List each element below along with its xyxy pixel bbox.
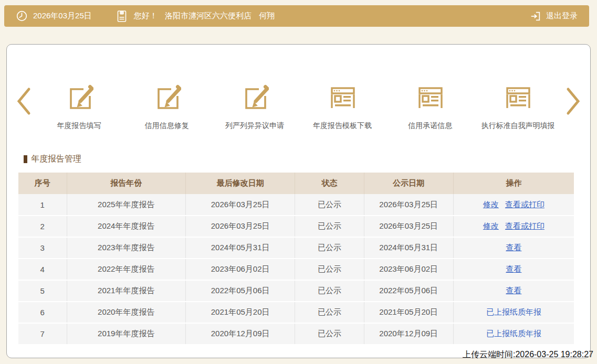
cell-modified: 2021年05月20日: [185, 302, 295, 323]
carousel-next-button[interactable]: [562, 87, 585, 116]
cell-published: 2024年05月31日: [364, 237, 453, 259]
cell-status: 已公示: [295, 280, 364, 302]
section-title-text: 年度报告管理: [31, 154, 81, 165]
view-or-print-link[interactable]: 查看或打印: [505, 200, 544, 209]
user-name: 何翔: [259, 11, 275, 20]
cell-modified: 2026年03月25日: [185, 216, 295, 237]
cell-modified: 2024年05月31日: [185, 237, 295, 259]
modify-link[interactable]: 修改: [483, 200, 499, 209]
cell-year: 2024年年度报告: [67, 216, 185, 237]
header-modified: 最后修改日期: [185, 173, 295, 194]
shortcut-label: 信用承诺信息: [408, 121, 452, 131]
header-status: 状态: [295, 173, 364, 194]
function-carousel: 年度报告填写 信用信息修复 列严列异异议申请: [12, 83, 585, 131]
view-or-print-link[interactable]: 查看或打印: [505, 221, 544, 230]
table-header-row: 序号 报告年份 最后修改日期 状态 公示日期 操作: [18, 173, 574, 194]
header-actions: 操作: [453, 173, 574, 194]
header-seq: 序号: [18, 173, 67, 194]
cell-published: 2023年06月02日: [364, 259, 453, 280]
edit-icon: [240, 83, 269, 112]
greeting-prefix: 您好！: [134, 11, 158, 20]
cell-status: 已公示: [295, 216, 364, 237]
edit-icon: [65, 83, 93, 112]
shortcut-template-download[interactable]: 年度报告模板下载: [299, 83, 386, 131]
cell-seq: 5: [18, 280, 67, 302]
clock-icon: [16, 10, 28, 22]
cell-status: 已公示: [295, 302, 364, 323]
cell-year: 2025年年度报告: [67, 194, 185, 216]
shortcut-label: 执行标准自我声明填报: [481, 121, 554, 131]
current-date: 2026年03月25日: [33, 11, 92, 21]
cell-actions: 查看: [453, 259, 574, 280]
cell-year: 2019年年度报告: [67, 323, 185, 345]
logout-icon: [530, 10, 541, 22]
template-icon: [416, 83, 444, 112]
top-bar: 2026年03月25日 您好！ 洛阳市瀍河区六六便利店 何翔 退出登: [4, 5, 589, 27]
annual-report-page: { "topbar": { "date": "2026年03月25日", "gr…: [0, 0, 597, 364]
cell-seq: 2: [18, 216, 67, 237]
shortcut-objection-apply[interactable]: 列严列异异议申请: [211, 83, 298, 131]
cell-year: 2020年年度报告: [67, 302, 185, 323]
cell-actions: 修改查看或打印: [453, 194, 574, 216]
cell-status: 已公示: [295, 237, 364, 259]
cell-modified: 2022年05月06日: [185, 280, 295, 302]
modify-link[interactable]: 修改: [483, 221, 499, 230]
cell-seq: 3: [18, 237, 67, 259]
section-title-marker: [24, 155, 27, 163]
cell-year: 2023年年度报告: [67, 237, 185, 259]
cell-seq: 6: [18, 302, 67, 323]
table-row: 2 2024年年度报告 2026年03月25日 已公示 2026年03月25日 …: [18, 216, 574, 237]
greeting-group: 您好！ 洛阳市瀍河区六六便利店 何翔: [116, 10, 280, 23]
header-published: 公示日期: [364, 173, 453, 194]
view-link[interactable]: 查看: [506, 264, 521, 273]
cell-status: 已公示: [295, 194, 364, 216]
cell-actions: 查看: [453, 280, 574, 302]
greeting-text: 您好！ 洛阳市瀍河区六六便利店 何翔: [134, 11, 280, 21]
shortcut-label: 信用信息修复: [145, 121, 189, 131]
logout-label: 退出登录: [546, 11, 578, 21]
logout-button[interactable]: 退出登录: [530, 10, 578, 22]
upload-time-text: 上传云端时间:2026-03-25 19:28:27: [463, 349, 593, 360]
cell-modified: 2020年12月09日: [185, 323, 295, 345]
view-link[interactable]: 查看: [506, 286, 521, 295]
cell-status: 已公示: [295, 259, 364, 280]
paper-report-note: 已上报纸质年报: [486, 307, 541, 316]
cell-published: 2021年05月20日: [364, 302, 453, 323]
table-row: 6 2020年年度报告 2021年05月20日 已公示 2021年05月20日 …: [18, 302, 574, 323]
main-panel: 年度报告填写 信用信息修复 列严列异异议申请: [6, 44, 591, 358]
template-icon: [328, 83, 357, 112]
cell-actions: 已上报纸质年报: [453, 302, 574, 323]
table-row: 7 2019年年度报告 2020年12月09日 已公示 2020年12月09日 …: [18, 323, 574, 345]
cell-modified: 2026年03月25日: [185, 194, 295, 216]
table-row: 1 2025年年度报告 2026年03月25日 已公示 2026年03月25日 …: [18, 194, 574, 216]
cell-published: 2020年12月09日: [364, 323, 453, 345]
cell-actions: 修改查看或打印: [453, 216, 574, 237]
cell-published: 2026年03月25日: [364, 194, 453, 216]
table-row: 3 2023年年度报告 2024年05月31日 已公示 2024年05月31日 …: [18, 237, 574, 259]
edit-icon: [153, 83, 181, 112]
template-icon: [504, 83, 532, 112]
cell-actions: 已上报纸质年报: [453, 323, 574, 345]
table-row: 4 2022年年度报告 2023年06月02日 已公示 2023年06月02日 …: [18, 259, 574, 280]
cell-actions: 查看: [453, 237, 574, 259]
cell-seq: 4: [18, 259, 67, 280]
cell-year: 2021年年度报告: [67, 280, 185, 302]
header-year: 报告年份: [67, 173, 185, 194]
section-title: 年度报告管理: [24, 154, 590, 165]
company-name: 洛阳市瀍河区六六便利店: [165, 11, 252, 20]
cell-seq: 1: [18, 194, 67, 216]
cell-published: 2026年03月25日: [364, 216, 453, 237]
shortcut-credit-commitment[interactable]: 信用承诺信息: [386, 83, 474, 131]
annual-report-table: 序号 报告年份 最后修改日期 状态 公示日期 操作 1 2025年年度报告 20…: [18, 173, 574, 345]
carousel-prev-button[interactable]: [12, 87, 35, 116]
shortcut-label: 年度报告模板下载: [313, 121, 372, 131]
shortcut-credit-repair[interactable]: 信用信息修复: [123, 83, 211, 131]
cell-published: 2022年05月06日: [364, 280, 453, 302]
paper-report-note: 已上报纸质年报: [486, 329, 541, 338]
shortcut-annual-report-fill[interactable]: 年度报告填写: [35, 83, 123, 131]
shortcut-standard-self-declaration[interactable]: 执行标准自我声明填报: [474, 83, 562, 131]
view-link[interactable]: 查看: [506, 243, 521, 252]
table-row: 5 2021年年度报告 2022年05月06日 已公示 2022年05月06日 …: [18, 280, 574, 302]
cell-status: 已公示: [295, 323, 364, 345]
shortcut-label: 列严列异异议申请: [225, 121, 284, 131]
